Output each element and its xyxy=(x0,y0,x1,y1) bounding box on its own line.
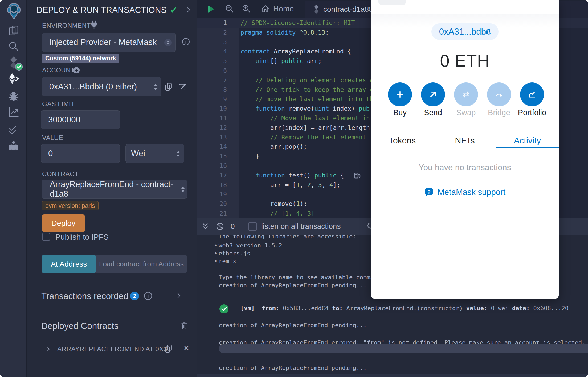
trash-icon[interactable] xyxy=(180,321,189,330)
at-address-group: At Address Load contract from Address xyxy=(42,255,187,273)
listen-transactions-checkbox[interactable] xyxy=(248,222,257,231)
mm-tab-nfts[interactable]: NFTs xyxy=(434,133,496,148)
icon-sidebar xyxy=(0,0,27,377)
expand-terminal-icon[interactable] xyxy=(201,222,209,231)
contract-label: CONTRACT xyxy=(42,170,79,178)
value-unit-select[interactable]: Wei xyxy=(125,144,184,163)
code-line: // SPDX-License-Identifier: MIT xyxy=(240,19,355,26)
deploy-button[interactable]: Deploy xyxy=(42,214,85,232)
line-number: 11 xyxy=(197,115,227,122)
line-number: 10 xyxy=(197,105,227,112)
remove-contract-icon[interactable]: × xyxy=(184,343,189,353)
sidebar-item-debugger-icon[interactable] xyxy=(0,90,27,102)
buy-button[interactable] xyxy=(388,82,412,106)
code-line: contract ArrayReplaceFromEnd { xyxy=(240,48,351,55)
transactions-info-icon[interactable] xyxy=(144,291,153,300)
edit-account-icon[interactable] xyxy=(178,82,187,92)
copy-address-icon[interactable] xyxy=(484,27,492,38)
sidebar-item-unit-testing-icon[interactable] xyxy=(0,123,27,135)
terminal-bullet: • xyxy=(214,242,217,249)
account-select[interactable]: 0xA31...Bbdb8 (0 ether) xyxy=(42,77,161,96)
sidebar-item-deploy-run-icon[interactable] xyxy=(0,72,27,85)
swap-label: Swap xyxy=(447,108,485,117)
terminal-link[interactable]: web3 version 1.5.2 xyxy=(219,242,282,249)
gas-estimate-icon xyxy=(354,172,361,179)
contract-select[interactable]: ArrayReplaceFromEnd - contract-d1a8 xyxy=(42,180,187,199)
at-address-button[interactable]: At Address xyxy=(42,255,96,273)
debugger-icon xyxy=(7,90,20,102)
environment-stepper-icon[interactable] xyxy=(164,39,172,46)
divider xyxy=(37,361,197,361)
sidebar-item-analysis-icon[interactable] xyxy=(0,106,27,118)
mm-tab-tokens[interactable]: Tokens xyxy=(371,133,434,148)
contract-stepper-icon[interactable] xyxy=(180,185,186,196)
line-number: 14 xyxy=(197,143,227,150)
portfolio-button[interactable] xyxy=(520,82,544,106)
plug-icon xyxy=(89,20,99,30)
swap-icon xyxy=(461,89,471,100)
transactions-expand-icon[interactable] xyxy=(175,292,182,299)
terminal-vm-log[interactable]: [vm] from: 0x5B3...eddC4 to: ArrayReplac… xyxy=(240,305,569,312)
sidebar-item-file-explorer-icon[interactable] xyxy=(0,24,27,37)
publish-ipfs-label: Publish to IPFS xyxy=(55,233,109,242)
line-number: 13 xyxy=(197,134,227,141)
terminal-link[interactable]: ethers.js xyxy=(219,250,250,257)
search-icon xyxy=(7,40,20,53)
metamask-support-link[interactable]: ? MetaMask support xyxy=(371,187,559,197)
send-icon xyxy=(428,89,438,100)
evm-version-badge: evm version: paris xyxy=(42,201,99,210)
line-number: 21 xyxy=(197,210,227,217)
tab-home[interactable]: Home xyxy=(260,0,294,18)
compile-success-badge xyxy=(15,63,23,71)
line-number: 18 xyxy=(197,181,227,188)
code-line: function remove(uint index) public { xyxy=(255,105,388,112)
value-input[interactable]: 0 xyxy=(41,144,120,163)
network-selector-pill[interactable] xyxy=(378,0,406,5)
publish-ipfs-checkbox[interactable] xyxy=(42,233,50,241)
code-line: function test() public { xyxy=(255,172,344,179)
terminal-highlight-row[interactable] xyxy=(219,344,588,353)
account-stepper-icon[interactable] xyxy=(153,83,158,93)
metamask-account-address: 0xA31...bdb8 xyxy=(439,27,491,37)
unit-testing-icon xyxy=(7,123,20,135)
line-number: 17 xyxy=(197,172,227,179)
portfolio-label: Portfolio xyxy=(513,108,551,117)
network-badge: Custom (59144) network xyxy=(42,54,119,63)
line-number: 7 xyxy=(197,77,227,84)
code-line: remove(1); xyxy=(270,200,307,207)
mm-tab-activity[interactable]: Activity xyxy=(496,133,559,148)
panel-title: DEPLOY & RUN TRANSACTIONS xyxy=(36,5,167,15)
line-number: 8 xyxy=(197,86,227,93)
collapse-panel-icon[interactable] xyxy=(185,6,192,13)
listen-transactions-label: listen on all transactions xyxy=(261,222,341,231)
line-number: 16 xyxy=(197,162,227,169)
send-button[interactable] xyxy=(421,82,445,106)
metamask-account-pill[interactable]: 0xA31...bdb8 xyxy=(431,23,499,40)
code-line: // Remove the last element xyxy=(270,134,366,141)
swap-button xyxy=(454,82,478,106)
sidebar-item-solidity-compiler-icon[interactable] xyxy=(0,56,27,69)
load-contract-input[interactable]: Load contract from Address xyxy=(96,255,187,273)
expand-contract-icon[interactable] xyxy=(46,346,51,352)
environment-select[interactable]: Injected Provider - MetaMask xyxy=(42,33,176,52)
zoom-out-icon[interactable] xyxy=(224,4,234,14)
svg-text:?: ? xyxy=(427,189,431,195)
gas-limit-input[interactable]: 3000000 xyxy=(41,110,120,129)
value-value: 0 xyxy=(48,149,53,158)
clear-console-icon[interactable] xyxy=(216,222,224,231)
bridge-icon xyxy=(494,89,504,100)
sidebar-item-learneth-icon[interactable] xyxy=(0,140,27,152)
unit-stepper-icon[interactable] xyxy=(175,150,181,160)
run-script-icon[interactable] xyxy=(206,4,215,15)
environment-info-icon[interactable] xyxy=(181,37,190,46)
copy-account-icon[interactable] xyxy=(164,82,173,92)
value-label: VALUE xyxy=(42,134,63,142)
line-number: 5 xyxy=(197,57,227,64)
sidebar-item-search-icon[interactable] xyxy=(0,40,27,53)
remix-ide-window: DEPLOY & RUN TRANSACTIONS ✓ ENVIRONMENT … xyxy=(0,0,588,377)
copy-contract-icon[interactable] xyxy=(164,344,173,353)
zoom-in-icon[interactable] xyxy=(241,4,251,14)
portfolio-icon xyxy=(527,89,537,100)
sidebar-item-remix-logo[interactable] xyxy=(0,2,27,20)
add-account-icon[interactable] xyxy=(73,67,80,75)
